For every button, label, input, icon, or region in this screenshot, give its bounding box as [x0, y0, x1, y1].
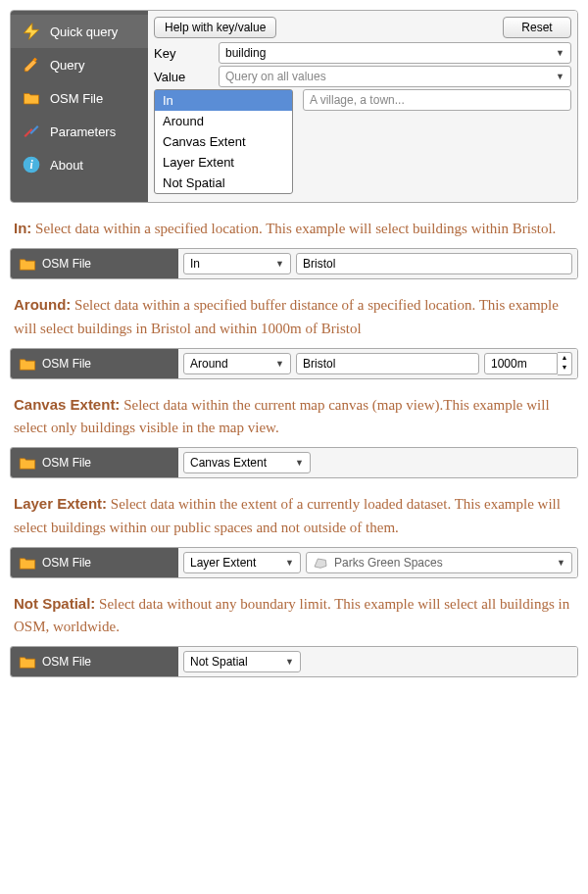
location-placeholder: A village, a town...	[310, 90, 405, 110]
osm-file-label: OSM File	[42, 655, 91, 669]
spatial-option-canvas-extent[interactable]: Canvas Extent	[155, 131, 292, 152]
sidebar-item-label: Parameters	[50, 124, 116, 139]
sidebar-item-quick-query[interactable]: Quick query	[11, 15, 148, 48]
location-input[interactable]: Bristol	[296, 253, 572, 274]
folder-icon	[19, 257, 36, 271]
pencil-icon	[21, 54, 42, 75]
canvas-title: Canvas Extent:	[14, 396, 120, 413]
chevron-down-icon: ▼	[275, 254, 284, 273]
distance-value: 1000m	[491, 354, 527, 373]
layer-explanation: Layer Extent: Select data within the ext…	[14, 492, 574, 539]
layer-name: Parks Green Spaces	[334, 553, 443, 572]
spatial-dropdown[interactable]: In ▼	[183, 253, 291, 274]
sidebar-item-label: OSM File	[50, 91, 103, 106]
notspatial-title: Not Spatial:	[14, 595, 95, 612]
canvas-example-row: OSM File Canvas Extent ▼	[10, 447, 578, 478]
location-input[interactable]: Bristol	[296, 353, 479, 374]
around-example-row: OSM File Around ▼ Bristol 1000m ▲ ▼	[10, 348, 578, 379]
chevron-down-icon: ▼	[285, 652, 294, 671]
sidebar-item-about[interactable]: i About	[11, 148, 148, 181]
spatial-option-layer-extent[interactable]: Layer Extent	[155, 152, 292, 173]
osm-file-label: OSM File	[42, 357, 91, 371]
chevron-down-icon: ▼	[275, 354, 284, 373]
lightning-icon	[21, 21, 42, 42]
sidebar-item-label: About	[50, 158, 83, 173]
spinner-down-icon[interactable]: ▼	[558, 363, 571, 372]
around-text: Select data within a specified buffer di…	[14, 297, 559, 335]
spinner-up-icon[interactable]: ▲	[558, 353, 571, 363]
folder-icon	[19, 655, 36, 669]
spatial-dropdown[interactable]: Canvas Extent ▼	[183, 452, 311, 473]
key-value: building	[225, 43, 266, 63]
folder-icon	[19, 556, 36, 570]
value-dropdown[interactable]: Query on all values ▼	[219, 66, 571, 87]
spatial-dropdown[interactable]: Not Spatial ▼	[183, 651, 301, 672]
in-example-row: OSM File In ▼ Bristol	[10, 248, 578, 279]
sidebar-item-parameters[interactable]: Parameters	[11, 115, 148, 148]
canvas-explanation: Canvas Extent: Select data within the cu…	[14, 393, 574, 440]
sidebar-item-label: Quick query	[50, 25, 118, 39]
spatial-value: Around	[190, 354, 228, 373]
distance-spinner[interactable]: 1000m ▲ ▼	[484, 352, 572, 375]
in-title: In:	[14, 220, 31, 236]
svg-marker-5	[315, 559, 326, 568]
distance-input[interactable]: 1000m	[484, 353, 558, 374]
chevron-down-icon: ▼	[556, 67, 564, 86]
value-placeholder: Query on all values	[225, 67, 326, 86]
location-value: Bristol	[303, 354, 335, 373]
spatial-value: Not Spatial	[190, 652, 248, 671]
layer-select-dropdown[interactable]: Parks Green Spaces ▼	[306, 552, 572, 573]
location-value: Bristol	[303, 254, 335, 273]
chevron-down-icon: ▼	[557, 553, 565, 572]
osm-file-tab[interactable]: OSM File	[11, 349, 178, 378]
spatial-option-in[interactable]: In	[155, 90, 292, 111]
spatial-dropdown[interactable]: Layer Extent ▼	[183, 552, 301, 573]
spatial-dropdown[interactable]: Around ▼	[183, 353, 291, 374]
folder-icon	[19, 456, 36, 470]
quick-query-form: Help with key/value Reset Key building ▼…	[148, 11, 577, 202]
spatial-dropdown-open[interactable]: In Around Canvas Extent Layer Extent Not…	[154, 89, 293, 194]
osm-file-label: OSM File	[42, 456, 91, 470]
osm-file-label: OSM File	[42, 257, 91, 271]
osm-file-tab[interactable]: OSM File	[11, 249, 178, 278]
spatial-value: Layer Extent	[190, 553, 256, 572]
osm-file-tab[interactable]: OSM File	[11, 448, 178, 477]
sidebar-item-query[interactable]: Query	[11, 48, 148, 81]
chevron-down-icon: ▼	[295, 453, 304, 472]
value-label: Value	[154, 70, 213, 84]
tools-icon	[21, 121, 42, 142]
quick-query-panel: Quick query Query OSM File Parameters i …	[10, 10, 578, 203]
in-explanation: In: Select data within a specified locat…	[14, 217, 574, 240]
reset-button[interactable]: Reset	[503, 17, 571, 38]
notspatial-explanation: Not Spatial: Select data without any bou…	[14, 592, 574, 639]
polygon-layer-icon	[313, 557, 328, 569]
layer-example-row: OSM File Layer Extent ▼ Parks Green Spac…	[10, 547, 578, 578]
osm-file-label: OSM File	[42, 556, 91, 570]
notspatial-example-row: OSM File Not Spatial ▼	[10, 646, 578, 677]
chevron-down-icon: ▼	[556, 43, 564, 63]
svg-marker-0	[24, 24, 39, 40]
key-label: Key	[154, 46, 213, 61]
osm-file-tab[interactable]: OSM File	[11, 647, 178, 676]
spatial-option-around[interactable]: Around	[155, 111, 292, 131]
sidebar-item-osm-file[interactable]: OSM File	[11, 81, 148, 115]
help-button[interactable]: Help with key/value	[154, 17, 276, 38]
chevron-down-icon: ▼	[285, 553, 294, 572]
around-title: Around:	[14, 296, 71, 313]
in-text: Select data within a specified location.…	[31, 221, 556, 236]
around-explanation: Around: Select data within a specified b…	[14, 293, 574, 340]
spatial-value: Canvas Extent	[190, 453, 267, 472]
sidebar: Quick query Query OSM File Parameters i …	[11, 11, 148, 202]
osm-file-tab[interactable]: OSM File	[11, 548, 178, 577]
sidebar-item-label: Query	[50, 58, 84, 73]
spatial-value: In	[190, 254, 200, 273]
info-icon: i	[21, 154, 42, 175]
key-dropdown[interactable]: building ▼	[219, 42, 571, 64]
folder-icon	[19, 357, 36, 371]
notspatial-text: Select data without any boundary limit. …	[14, 596, 569, 634]
folder-icon	[21, 87, 42, 109]
location-input[interactable]: A village, a town...	[303, 89, 571, 111]
layer-title: Layer Extent:	[14, 495, 107, 512]
spatial-option-not-spatial[interactable]: Not Spatial	[155, 173, 292, 193]
